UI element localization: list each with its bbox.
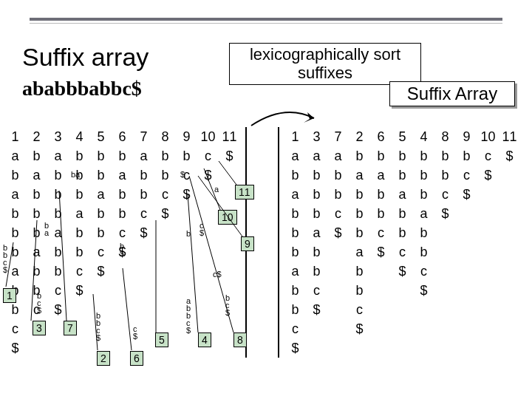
table-cell: b <box>306 242 327 262</box>
table-cell <box>47 338 69 358</box>
table-cell: b <box>413 185 434 204</box>
table-cell <box>349 338 370 358</box>
table-cell: b <box>4 204 26 223</box>
column-header: 5 <box>392 127 413 146</box>
column-header: 9 <box>456 127 477 146</box>
table-cell <box>370 338 392 358</box>
column-header: 5 <box>90 127 112 146</box>
table-cell <box>499 185 520 204</box>
column-header: 10 <box>197 127 219 146</box>
table-cell: a <box>47 146 69 166</box>
table-cell: $ <box>90 262 112 281</box>
table-cell: a <box>69 204 90 223</box>
column-header: 3 <box>306 127 327 146</box>
table-cell: b <box>90 223 112 242</box>
table-cell: c <box>112 223 133 242</box>
table-cell: b <box>306 262 327 281</box>
table-cell <box>370 281 392 300</box>
table-cell <box>434 300 456 319</box>
trie-text: b c $ <box>225 294 230 316</box>
table-cell: $ <box>4 338 26 358</box>
column-header: 7 <box>327 127 349 146</box>
leaf-badge-4: 4 <box>198 332 211 347</box>
column-header: 1 <box>284 127 306 146</box>
table-cell: c <box>154 185 176 204</box>
table-cell <box>499 300 520 319</box>
table-cell: $ <box>456 185 477 204</box>
table-cell <box>434 338 456 358</box>
table-cell: b <box>69 185 90 204</box>
leaf-badge-3: 3 <box>33 321 46 335</box>
table-cell: a <box>4 146 26 166</box>
table-cell <box>219 262 240 281</box>
column-header: 11 <box>499 127 520 146</box>
table-cell: c <box>197 146 219 166</box>
table-cell: $ <box>327 223 349 242</box>
table-cell: b <box>392 146 413 166</box>
table-cell <box>456 223 477 242</box>
table-cell: b <box>26 262 47 281</box>
table-cell <box>499 204 520 223</box>
table-cell: b <box>4 166 26 185</box>
column-header: 8 <box>434 127 456 146</box>
table-cell: c <box>306 281 327 300</box>
table-cell <box>197 242 219 262</box>
table-cell: b <box>284 223 306 242</box>
trie-text: b $ <box>120 242 124 257</box>
table-cell: b <box>392 166 413 185</box>
trie-text: b <box>186 229 191 238</box>
table-cell: b <box>90 166 112 185</box>
table-cell <box>112 319 133 338</box>
table-cell: a <box>284 185 306 204</box>
column-header: 9 <box>176 127 197 146</box>
table-cell <box>392 300 413 319</box>
table-cell: b <box>349 223 370 242</box>
table-cell: c <box>284 319 306 338</box>
table-cell: b <box>90 146 112 166</box>
trie-text: c$ <box>213 270 222 279</box>
table-cell <box>499 338 520 358</box>
table-cell: $ <box>219 146 240 166</box>
leaf-badge-11: 11 <box>235 185 254 200</box>
table-cell: b <box>284 281 306 300</box>
table-cell: b <box>392 223 413 242</box>
table-cell: b <box>370 146 392 166</box>
table-cell <box>477 242 499 262</box>
column-header: 2 <box>349 127 370 146</box>
table-cell <box>176 204 197 223</box>
table-cell: $ <box>499 146 520 166</box>
table-cell <box>477 319 499 338</box>
table-cell <box>370 262 392 281</box>
table-cell: a <box>413 204 434 223</box>
leaf-badge-2: 2 <box>97 351 110 366</box>
table-cell <box>219 223 240 242</box>
table-cell <box>219 166 240 185</box>
table-cell: b <box>69 146 90 166</box>
column-header: 11 <box>219 127 240 146</box>
table-cell: c <box>370 223 392 242</box>
table-cell <box>434 262 456 281</box>
table-cell <box>112 281 133 300</box>
leaf-badge-10: 10 <box>218 210 237 225</box>
table-cell: a <box>4 185 26 204</box>
table-cell <box>413 338 434 358</box>
trie-text: b a <box>44 222 49 236</box>
leaf-badge-1: 1 <box>3 288 16 303</box>
note-line2: suffixes <box>234 64 416 82</box>
table-cell: a <box>4 262 26 281</box>
table-cell <box>456 338 477 358</box>
table-cell <box>90 300 112 319</box>
table-cell <box>477 204 499 223</box>
table-cell <box>499 223 520 242</box>
table-cell: a <box>284 262 306 281</box>
leaf-badge-5: 5 <box>155 332 168 347</box>
table-cell: b <box>456 146 477 166</box>
table-cell: b <box>306 185 327 204</box>
table-cell <box>69 338 90 358</box>
table-cell: $ <box>477 166 499 185</box>
sorted-suffix-table: 1372654891011aaabbbbbbc$bbbaabbbc$abbbba… <box>284 127 520 358</box>
table-cell: $ <box>154 204 176 223</box>
leaf-badge-9: 9 <box>241 236 254 251</box>
note-box: lexicographically sort suffixes <box>229 43 421 85</box>
table-cell: a <box>47 223 69 242</box>
